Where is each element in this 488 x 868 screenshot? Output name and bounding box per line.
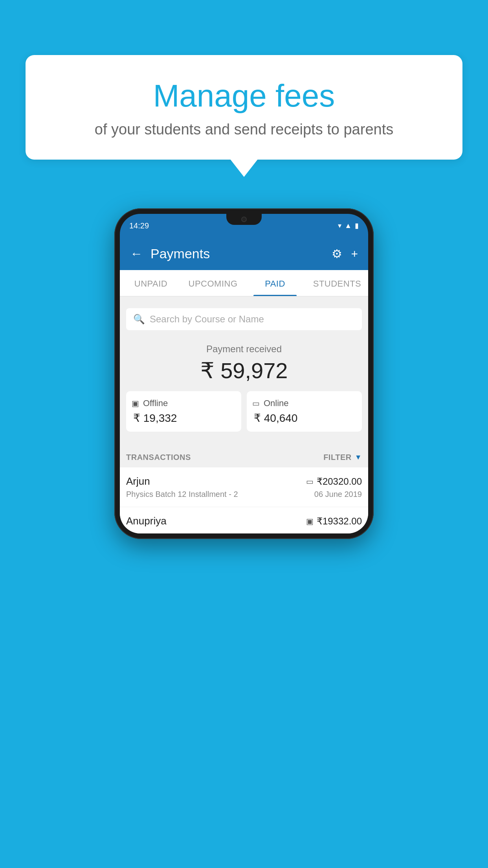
tab-upcoming[interactable]: UPCOMING (182, 270, 244, 296)
filter-button[interactable]: FILTER ▼ (323, 453, 362, 462)
phone-frame: 14:29 ▾ ▲ ▮ ← Payments ⚙ + (114, 208, 374, 539)
page-title: Payments (150, 246, 324, 261)
offline-amount: ₹ 19,332 (132, 412, 236, 425)
payment-method-cards: ▣ Offline ₹ 19,332 ▭ Online ₹ 40,640 (126, 391, 362, 440)
payment-total-amount: ₹ 59,972 (126, 358, 362, 383)
tab-students[interactable]: STUDENTS (306, 270, 368, 296)
bubble-subtitle: of your students and send receipts to pa… (45, 121, 443, 138)
transactions-label: TRANSACTIONS (126, 453, 191, 462)
search-placeholder: Search by Course or Name (150, 314, 264, 325)
status-bar: 14:29 ▾ ▲ ▮ (120, 214, 368, 237)
transaction-row[interactable]: Arjun ▭ ₹20320.00 Physics Batch 12 Insta… (120, 467, 368, 507)
add-icon[interactable]: + (351, 247, 358, 261)
status-icons: ▾ ▲ ▮ (338, 221, 359, 230)
transaction-row-partial[interactable]: Anupriya ▣ ₹19332.00 (120, 507, 368, 533)
phone-frame-wrapper: 14:29 ▾ ▲ ▮ ← Payments ⚙ + (114, 208, 374, 539)
tx-course-1: Physics Batch 12 Installment - 2 (126, 490, 238, 499)
tx-amount-1: ₹20320.00 (317, 476, 362, 487)
tabs-bar: UNPAID UPCOMING PAID STUDENTS (120, 270, 368, 296)
phone-notch (226, 214, 262, 225)
tx-amount-wrap-2: ▣ ₹19332.00 (306, 516, 362, 527)
offline-card: ▣ Offline ₹ 19,332 (126, 391, 241, 432)
online-card: ▭ Online ₹ 40,640 (247, 391, 362, 432)
camera (241, 217, 247, 222)
offline-icon: ▣ (132, 399, 139, 408)
signal-icon: ▲ (345, 222, 352, 230)
tx-amount-2: ₹19332.00 (317, 516, 362, 527)
wifi-icon: ▾ (338, 221, 341, 230)
bubble-title: Manage fees (45, 79, 443, 113)
search-icon: 🔍 (133, 314, 145, 325)
phone-screen: ← Payments ⚙ + UNPAID UPCOMING PAID STUD… (120, 237, 368, 533)
tx-date-1: 06 June 2019 (314, 490, 362, 499)
tx-name-2: Anupriya (126, 515, 167, 527)
search-bar[interactable]: 🔍 Search by Course or Name (126, 308, 362, 330)
payment-summary: Payment received ₹ 59,972 ▣ Offline ₹ 19… (120, 334, 368, 447)
tab-paid[interactable]: PAID (244, 270, 306, 296)
filter-label: FILTER (323, 453, 352, 462)
payment-received-label: Payment received (126, 344, 362, 355)
tx-card-icon-1: ▭ (306, 477, 314, 486)
offline-label: Offline (143, 398, 168, 408)
header-actions: ⚙ + (332, 247, 358, 261)
tab-unpaid[interactable]: UNPAID (120, 270, 182, 296)
settings-icon[interactable]: ⚙ (332, 247, 342, 261)
battery-icon: ▮ (355, 221, 359, 230)
filter-icon: ▼ (355, 453, 362, 462)
speech-bubble: Manage fees of your students and send re… (26, 55, 462, 160)
status-time: 14:29 (129, 221, 149, 230)
transactions-header: TRANSACTIONS FILTER ▼ (120, 447, 368, 467)
tx-cash-icon-2: ▣ (306, 517, 314, 526)
tx-amount-wrap-1: ▭ ₹20320.00 (306, 476, 362, 487)
back-button[interactable]: ← (130, 246, 143, 261)
tx-name-1: Arjun (126, 475, 150, 487)
app-header: ← Payments ⚙ + (120, 237, 368, 270)
online-amount: ₹ 40,640 (252, 412, 356, 425)
online-label: Online (264, 398, 289, 408)
online-icon: ▭ (252, 399, 260, 408)
